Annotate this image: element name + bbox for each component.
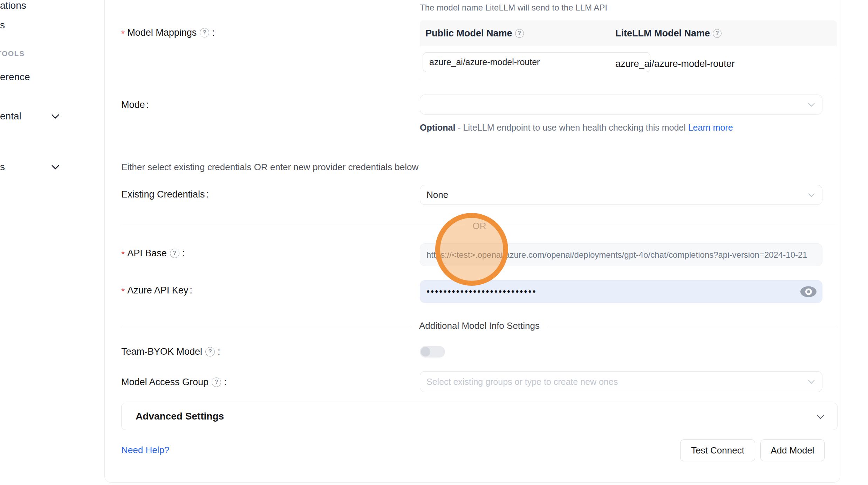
eye-icon[interactable] [800, 286, 816, 297]
table-row: azure_ai/azure-model-router azure_ai/azu… [420, 46, 837, 81]
add-model-button[interactable]: Add Model [760, 439, 825, 461]
table-header: Public Model Name ? LiteLLM Model Name ? [420, 20, 837, 46]
mode-label: Mode : [121, 99, 149, 111]
required-marker: * [121, 249, 125, 260]
mode-hint: Optional - LiteLLM endpoint to use when … [420, 120, 749, 134]
model-access-group-label: Model Access Group ? : [121, 376, 227, 388]
column-header-litellm-model-name: LiteLLM Model Name ? [615, 20, 723, 46]
model-mappings-label: * Model Mappings ? : [121, 27, 215, 39]
sidebar-item[interactable]: s [0, 20, 5, 31]
toggle-knob [421, 347, 430, 356]
help-icon[interactable]: ? [713, 29, 722, 38]
chevron-down-icon[interactable] [52, 162, 60, 170]
sidebar-item[interactable]: s [0, 161, 5, 173]
test-connect-button[interactable]: Test Connect [680, 439, 755, 461]
required-marker: * [121, 286, 125, 297]
add-model-form-page: ations s TOOLS erence ental s The model … [0, 0, 868, 485]
team-byok-toggle[interactable] [420, 346, 445, 358]
help-icon[interactable]: ? [170, 249, 179, 258]
sidebar-item[interactable]: erence [0, 71, 30, 83]
model-access-group-select[interactable]: Select existing groups or type to create… [420, 371, 822, 392]
help-icon[interactable]: ? [212, 377, 221, 387]
litellm-model-name-value: azure_ai/azure-model-router [615, 46, 735, 81]
sidebar-item[interactable]: ental [0, 111, 21, 122]
or-divider: OR [121, 220, 838, 232]
learn-more-link[interactable]: Learn more [688, 123, 733, 132]
azure-api-key-label: * Azure API Key : [121, 284, 192, 296]
sidebar-section-tools: TOOLS [0, 48, 25, 59]
required-marker: * [121, 28, 125, 39]
chevron-down-icon [808, 190, 814, 197]
help-icon[interactable]: ? [200, 28, 209, 37]
help-icon[interactable]: ? [205, 347, 215, 356]
api-base-label: * API Base ? : [121, 247, 185, 259]
additional-settings-divider: Additional Model Info Settings [121, 320, 838, 332]
existing-credentials-select[interactable]: None [420, 185, 822, 205]
model-mappings-table: Public Model Name ? LiteLLM Model Name ?… [420, 20, 837, 81]
advanced-settings-panel[interactable]: Advanced Settings [121, 403, 838, 430]
chevron-down-icon [808, 100, 814, 106]
api-base-input[interactable]: https://<test>.openai.azure.com/openai/d… [420, 243, 822, 266]
chevron-down-icon [808, 377, 814, 383]
help-icon[interactable]: ? [515, 29, 524, 38]
need-help-link[interactable]: Need Help? [121, 445, 169, 456]
column-header-public-model-name: Public Model Name ? [425, 20, 525, 46]
chevron-down-icon[interactable] [52, 111, 60, 119]
chevron-down-icon [817, 411, 824, 419]
model-name-hint: The model name LiteLLM will send to the … [420, 3, 607, 13]
mode-select[interactable] [420, 95, 822, 115]
sidebar-item[interactable]: ations [0, 0, 26, 11]
credentials-note: Either select existing credentials OR en… [121, 162, 418, 173]
azure-api-key-input[interactable]: •••••••••••••••••••••••••• [420, 280, 822, 303]
team-byok-label: Team-BYOK Model ? : [121, 346, 220, 358]
existing-credentials-label: Existing Credentials : [121, 188, 209, 200]
